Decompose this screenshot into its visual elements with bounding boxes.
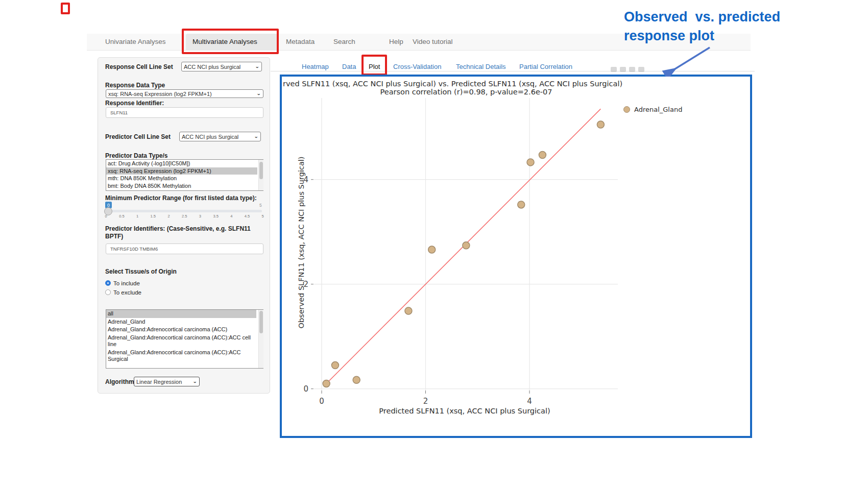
predictor-cell-line-set-select[interactable]: ACC NCI plus Surgical ⌄ <box>179 132 261 141</box>
response-identifier-label: Response Identifier: <box>105 100 164 107</box>
nav-item-video-tutorial[interactable]: Video tutorial <box>413 38 453 45</box>
list-item[interactable]: all <box>106 310 256 318</box>
app-window: Univariate AnalysesMultivariate Analyses… <box>0 0 868 488</box>
min-predictor-range-slider[interactable] <box>106 210 262 212</box>
data-point <box>331 362 339 369</box>
red-marker-fragment <box>61 3 70 14</box>
data-point <box>428 246 436 253</box>
axis-tick-label: 2 <box>423 397 428 406</box>
scatter-plot: 024024 <box>282 77 752 434</box>
slider-tick-label: 4.5 <box>245 214 250 218</box>
nav-item-help[interactable]: Help <box>389 38 403 45</box>
slider-tick-labels: 00.511.522.533.544.55 <box>103 214 267 219</box>
list-item[interactable]: bmt: Body DNA 850K Methylation <box>106 182 257 190</box>
chevron-down-icon: ⌄ <box>255 64 259 69</box>
slider-tick-label: 0 <box>105 214 107 218</box>
nav-item-multivariate-analyses[interactable]: Multivariate Analyses <box>192 38 257 45</box>
nav-item-univariate-analyses[interactable]: Univariate Analyses <box>105 38 166 45</box>
chevron-down-icon: ⌄ <box>257 91 261 96</box>
chevron-down-icon: ⌄ <box>193 379 197 384</box>
annotation-text-line2: response plot <box>624 28 714 44</box>
axis-tick-label: 0 <box>303 384 308 394</box>
list-item[interactable]: Adrenal_Gland:Adrenocortical carcinoma (… <box>106 326 256 334</box>
tab-technical-details[interactable]: Technical Details <box>456 63 506 70</box>
axis-tick-label: 4 <box>527 397 532 406</box>
radio-to-exclude-label[interactable]: To exclude <box>113 289 141 296</box>
modebar-pan-icon[interactable] <box>629 67 635 72</box>
response-data-type-select[interactable]: xsq: RNA-seq Expression (log2 FPKM+1) ⌄ <box>106 89 263 98</box>
data-point <box>353 376 360 383</box>
slider-tick-label: 3 <box>199 214 201 218</box>
radio-to-include[interactable] <box>105 280 111 286</box>
legend-item-adrenal-gland[interactable]: Adrenal_Gland <box>623 106 682 113</box>
list-item[interactable]: xsq: RNA-seq Expression (log2 FPKM+1) <box>106 167 257 175</box>
tissue-origin-label: Select Tissue/s of Origin <box>105 268 177 275</box>
data-point <box>323 380 330 387</box>
axis-tick-label: 0 <box>319 397 324 406</box>
data-point <box>539 152 546 159</box>
scrollbar-track[interactable] <box>258 160 263 190</box>
slider-tick-label: 0.5 <box>119 214 124 218</box>
predictor-data-types-label: Predictor Data Type/s <box>105 152 167 159</box>
data-point <box>597 121 604 128</box>
annotation-arrow-icon <box>659 43 720 77</box>
slider-tick-label: 3.5 <box>213 214 218 218</box>
data-point <box>463 242 470 249</box>
axis-tick-label: 2 <box>303 280 308 289</box>
slider-tick-label: 2 <box>167 214 170 218</box>
list-item[interactable]: Adrenal_Gland:Adrenocortical carcinoma (… <box>106 349 256 363</box>
algorithm-label: Algorithm <box>105 378 134 385</box>
slider-tick-label: 1 <box>136 214 138 218</box>
response-identifier-input[interactable]: SLFN11 <box>106 107 263 118</box>
predictor-identifiers-label: Predictor Identifiers: (Case-Sensitive, … <box>105 225 264 240</box>
list-item[interactable]: act: Drug Activity (-log10[IC50M]) <box>106 160 257 167</box>
tab-partial-correlation[interactable]: Partial Correlation <box>519 63 572 70</box>
predictor-identifiers-input[interactable]: TNFRSF10D TMBIM6 <box>106 243 263 254</box>
annotation-text-line1: Observed vs. predicted <box>624 9 780 25</box>
modebar-camera-icon[interactable] <box>611 67 617 72</box>
response-data-type-label: Response Data Type <box>105 82 165 89</box>
predictor-cell-line-set-label: Predictor Cell Line Set <box>105 133 171 140</box>
response-cell-line-set-label: Response Cell Line Set <box>105 63 173 70</box>
slider-tick-label: 1.5 <box>151 214 156 218</box>
tab-heatmap[interactable]: Heatmap <box>302 63 329 70</box>
list-item[interactable]: Adrenal_Gland:Adrenocortical carcinoma (… <box>106 334 256 349</box>
slider-tick-label: 4 <box>230 214 232 218</box>
chevron-down-icon: ⌄ <box>254 134 258 139</box>
legend-marker-icon <box>623 106 630 113</box>
tab-cross-validation[interactable]: Cross-Validation <box>393 63 441 70</box>
scrollbar-thumb[interactable] <box>259 311 263 333</box>
scrollbar-track[interactable] <box>258 310 263 368</box>
tab-plot[interactable]: Plot <box>369 63 380 70</box>
nav-item-metadata[interactable]: Metadata <box>286 38 315 45</box>
nav-item-search[interactable]: Search <box>333 38 355 45</box>
tissue-origin-listbox[interactable]: allAdrenal_GlandAdrenal_Gland:Adrenocort… <box>106 309 263 369</box>
modebar-zoom-icon[interactable] <box>620 67 626 72</box>
slider-tick-label: 2.5 <box>182 214 187 218</box>
slider-tick-label: 5 <box>262 214 264 218</box>
radio-to-exclude[interactable] <box>105 289 111 295</box>
list-item[interactable]: mth: DNA 850K Methylation <box>106 175 257 182</box>
radio-to-include-label[interactable]: To include <box>113 280 140 286</box>
algorithm-select[interactable]: Linear Regression ⌄ <box>134 377 200 386</box>
predictor-data-types-listbox[interactable]: act: Drug Activity (-log10[IC50M])xsq: R… <box>106 159 263 191</box>
response-cell-line-set-select[interactable]: ACC NCI plus Surgical ⌄ <box>181 62 262 71</box>
scrollbar-thumb[interactable] <box>259 162 263 179</box>
data-point <box>405 307 412 314</box>
axis-tick-label: 4 <box>303 175 308 184</box>
data-point <box>518 201 525 208</box>
slider-max-label: 5 <box>259 203 262 208</box>
modebar-autoscale-icon[interactable] <box>638 67 644 72</box>
tab-data[interactable]: Data <box>342 63 356 70</box>
list-item[interactable]: Adrenal_Gland <box>106 318 256 326</box>
min-predictor-range-label: Minimum Predictor Range (for first liste… <box>105 194 257 202</box>
data-point <box>527 159 534 166</box>
